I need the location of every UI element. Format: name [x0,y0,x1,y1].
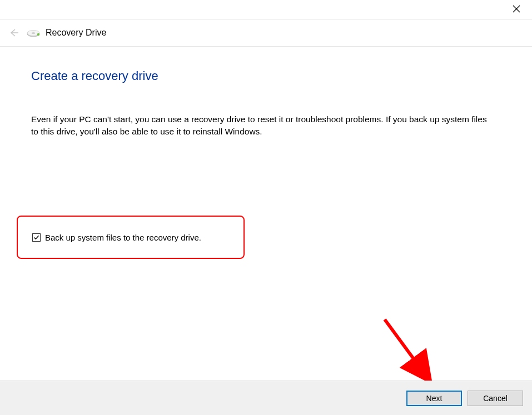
highlight-box: Back up system files to the recovery dri… [17,216,245,259]
titlebar [0,0,532,19]
svg-line-6 [385,319,425,374]
checkmark-icon [33,234,39,241]
header-title: Recovery Drive [46,28,106,38]
drive-icon [27,28,40,37]
next-button[interactable]: Next [406,391,462,406]
page-title: Create a recovery drive [31,69,501,83]
arrow-annotation [379,314,440,388]
body-text: Even if your PC can't start, you can use… [31,113,493,138]
backup-checkbox-label: Back up system files to the recovery dri… [45,233,201,242]
svg-point-4 [32,32,35,34]
backup-checkbox[interactable] [32,233,41,242]
back-button[interactable] [7,26,21,40]
back-arrow-icon [8,27,19,38]
backup-option-row: Back up system files to the recovery dri… [32,233,201,242]
svg-point-5 [37,33,39,36]
cancel-button[interactable]: Cancel [468,391,523,406]
close-icon [513,5,520,13]
content-area: Create a recovery drive Even if your PC … [0,47,532,138]
header-bar: Recovery Drive [0,19,532,47]
close-button[interactable] [511,3,522,14]
footer: Next Cancel [0,381,532,415]
